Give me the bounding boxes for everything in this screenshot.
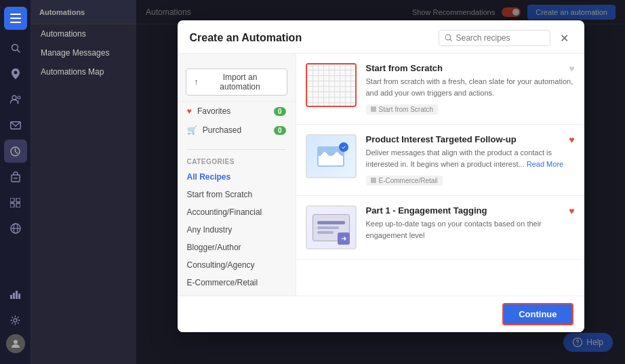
recipe-title-engagement: Part 1 - Engagement Tagging [366, 205, 575, 216]
sidebar-icon-settings[interactable] [4, 308, 27, 331]
svg-line-25 [449, 39, 451, 40]
recipe-tag-scratch: Start from Scratch [366, 104, 439, 115]
search-input[interactable] [456, 33, 544, 43]
categories-label: CATEGORIES [178, 155, 296, 168]
recipe-item-engagement[interactable]: Part 1 - Engagement Tagging Keep up-to-d… [296, 196, 584, 260]
recipe-heart-pi[interactable]: ♥ [569, 134, 574, 145]
recipe-tag-pi: E-Commerce/Retail [366, 176, 443, 186]
nav-item-manage-messages[interactable]: Manage Messages [31, 43, 136, 62]
recipe-desc-text-pi: Deliver messages that align with the pro… [366, 148, 552, 168]
svg-rect-18 [10, 295, 12, 299]
favorites-section: ♥ Favorites 0 🛒 Purchased 0 [178, 102, 296, 146]
cat-start-scratch[interactable]: Start from Scratch [178, 186, 296, 203]
sidebar-icon-search[interactable] [4, 37, 27, 60]
recipe-desc-pi: Deliver messages that align with the pro… [366, 147, 575, 169]
et-line1 [317, 221, 345, 224]
recipe-content-pi: Product Interest Targeted Follow-up Deli… [366, 134, 575, 186]
purchased-text: Purchased [203, 125, 241, 135]
sidebar-icon-menu[interactable] [4, 7, 27, 30]
import-icon: ↑ [195, 77, 199, 87]
tag-icon-scratch [371, 106, 376, 112]
recipe-heart-scratch[interactable]: ♥ [569, 63, 574, 74]
recipe-thumb-scratch [306, 63, 357, 107]
purchased-label: 🛒 Purchased [187, 125, 242, 135]
modal-header: Create an Automation ✕ [178, 20, 584, 54]
tag-icon-pi [371, 178, 376, 183]
cart-icon: 🛒 [187, 125, 197, 135]
svg-point-26 [342, 144, 346, 149]
recipe-thumb-product-interest [306, 134, 357, 178]
recipe-title-scratch: Start from Scratch [366, 63, 575, 73]
favorites-badge: 0 [274, 107, 286, 116]
import-automation-button[interactable]: ↑ Import an automation [186, 68, 287, 96]
recipe-title-pi: Product Interest Targeted Follow-up [366, 134, 575, 144]
pi-badge [339, 142, 348, 152]
recipe-item-scratch[interactable]: Start from Scratch Start from scratch wi… [296, 54, 584, 125]
sidebar-icon-reports[interactable] [4, 283, 27, 306]
recipe-desc-scratch: Start from scratch with a fresh, clean s… [366, 76, 575, 98]
recipe-content-scratch: Start from Scratch Start from scratch wi… [366, 63, 575, 115]
svg-rect-20 [16, 291, 18, 299]
pi-envelope-wrapper [317, 146, 344, 167]
recipe-tag-label-pi: E-Commerce/Retail [379, 177, 438, 184]
modal-sidebar: ↑ Import an automation ♥ Favorites 0 [178, 54, 296, 296]
sidebar-icon-web[interactable] [4, 217, 27, 240]
heart-icon: ♥ [187, 106, 192, 116]
continue-button[interactable]: Continue [502, 303, 573, 325]
svg-rect-1 [10, 18, 21, 19]
main-area: Automations Show Recommendations Create … [136, 0, 625, 364]
et-wrapper [310, 209, 351, 246]
sidebar-icon-deals[interactable] [4, 165, 27, 188]
recipe-tag-label-scratch: Start from Scratch [379, 106, 434, 113]
recipe-item-product-interest[interactable]: Product Interest Targeted Follow-up Deli… [296, 125, 584, 196]
modal-close-button[interactable]: ✕ [557, 31, 572, 45]
sidebar-icon-profile[interactable] [6, 334, 25, 353]
nav-panel-title: Automations [39, 8, 85, 16]
recipe-list: Start from Scratch Start from scratch wi… [296, 54, 584, 296]
favorites-item[interactable]: ♥ Favorites 0 [178, 102, 296, 121]
nav-item-automations-map[interactable]: Automations Map [31, 62, 136, 81]
modal: Create an Automation ✕ [178, 20, 584, 332]
cat-consulting[interactable]: Consulting/Agency [178, 256, 296, 274]
modal-header-right: ✕ [439, 30, 572, 46]
sidebar-icon-automation[interactable] [4, 140, 27, 163]
svg-rect-2 [10, 22, 21, 23]
favorites-text: Favorites [197, 106, 230, 116]
sidebar-divider [187, 149, 286, 150]
svg-rect-19 [13, 293, 15, 299]
recipe-heart-engagement[interactable]: ♥ [569, 205, 574, 216]
sidebar-icon-email[interactable] [4, 114, 27, 137]
nav-item-automations[interactable]: Automations [31, 24, 136, 43]
svg-rect-11 [10, 198, 14, 202]
read-more-pi[interactable]: Read More [527, 160, 563, 168]
modal-footer: Continue [178, 296, 584, 332]
cat-accounting[interactable]: Accounting/Financial [178, 203, 296, 221]
svg-point-23 [14, 340, 18, 344]
svg-rect-12 [16, 198, 20, 202]
favorites-label: ♥ Favorites [187, 106, 231, 116]
cat-ecommerce[interactable]: E-Commerce/Retail [178, 274, 296, 291]
et-arrow [338, 232, 350, 245]
recipe-thumb-engagement [306, 205, 357, 249]
search-icon [445, 34, 452, 43]
svg-point-5 [12, 96, 16, 100]
modal-overlay: Create an Automation ✕ [136, 0, 625, 364]
purchased-badge: 0 [274, 126, 286, 135]
sidebar-icon-location[interactable] [4, 62, 27, 85]
engagement-illustration [307, 207, 355, 248]
modal-title: Create an Automation [190, 32, 302, 44]
cat-all-recipes[interactable]: All Recipes [178, 168, 296, 186]
search-box[interactable] [439, 30, 550, 46]
svg-rect-0 [10, 14, 21, 15]
nav-panel-header: Automations [31, 0, 136, 24]
cat-blogger[interactable]: Blogger/Author [178, 239, 296, 256]
svg-rect-14 [16, 203, 20, 207]
scratch-grid [307, 64, 355, 106]
purchased-item[interactable]: 🛒 Purchased 0 [178, 121, 296, 140]
sidebar-icon-contacts[interactable] [4, 88, 27, 111]
sidebar-icon-lists[interactable] [4, 191, 27, 214]
import-btn-label: Import an automation [202, 73, 279, 92]
svg-point-6 [18, 96, 20, 99]
product-interest-illustration [307, 136, 355, 177]
cat-any-industry[interactable]: Any Industry [178, 221, 296, 239]
